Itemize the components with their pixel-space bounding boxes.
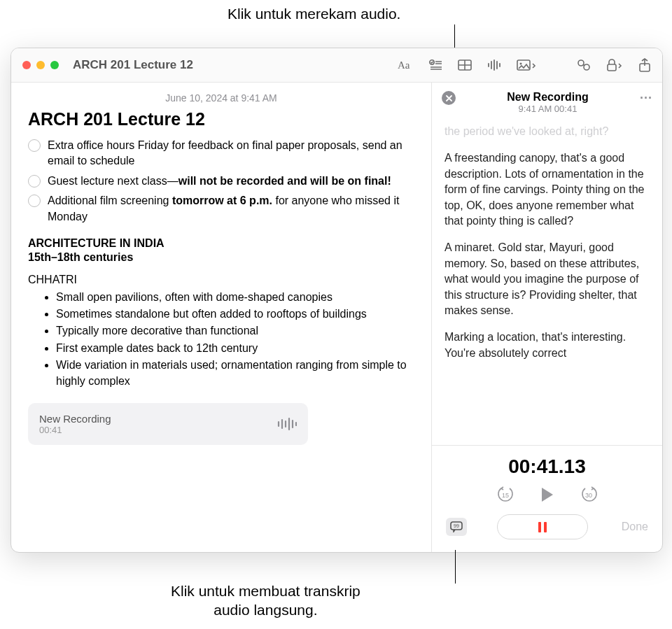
callout-record-audio: Klik untuk merekam audio.: [227, 6, 400, 22]
list-item: Typically more decorative than functiona…: [56, 323, 414, 339]
list-item: Wide variation in materials used; orname…: [56, 357, 414, 389]
recording-controls: 00:41.13 15 30: [432, 445, 662, 552]
minimize-icon[interactable]: [36, 61, 45, 69]
table-icon[interactable]: [458, 59, 472, 71]
recording-attachment[interactable]: New Recording 00:41: [28, 403, 308, 445]
traffic-lights: [22, 61, 59, 69]
recording-time: 00:41.13: [446, 455, 648, 478]
recording-subtitle: 9:41 AM 00:41: [456, 104, 640, 114]
transcript-paragraph: A minaret. Gold star, Mayuri, good memor…: [444, 240, 650, 318]
pause-icon: [544, 522, 547, 532]
list-item: Sometimes standalone but often added to …: [56, 306, 414, 322]
checklist-item[interactable]: Guest lecture next class—will not be rec…: [28, 174, 414, 189]
note-content[interactable]: June 10, 2024 at 9:41 AM ARCH 201 Lectur…: [11, 83, 431, 552]
close-panel-icon[interactable]: [442, 91, 456, 105]
recording-name: New Recording: [39, 413, 277, 425]
block-title: CHHATRI: [28, 274, 414, 286]
link-icon[interactable]: [577, 59, 591, 71]
lock-icon[interactable]: [606, 59, 623, 71]
audio-record-icon[interactable]: [487, 59, 501, 71]
transcript-paragraph: Marking a location, that's interesting. …: [444, 330, 650, 361]
pause-button[interactable]: [497, 514, 588, 539]
window-title: ARCH 201 Lecture 12: [73, 58, 398, 72]
checklist-bold: tomorrow at 6 p.m.: [172, 195, 272, 206]
skip-forward-icon[interactable]: 30: [580, 485, 599, 504]
svg-text:99: 99: [454, 523, 459, 528]
bullet-list: Small open pavilions, often with dome-sh…: [56, 289, 414, 389]
titlebar: ARCH 201 Lecture 12 Aa: [11, 48, 662, 82]
transcript-line-faded: the period we've looked at, right?: [444, 124, 650, 139]
note-date: June 10, 2024 at 9:41 AM: [28, 92, 414, 104]
checklist-icon[interactable]: [428, 59, 442, 71]
recording-header: New Recording 9:41 AM 00:41 ···: [432, 83, 662, 120]
svg-line-18: [583, 65, 585, 66]
maximize-icon[interactable]: [50, 61, 59, 69]
list-item: First example dates back to 12th century: [56, 340, 414, 356]
svg-text:30: 30: [585, 492, 592, 499]
recording-title: New Recording: [456, 91, 640, 104]
transcript-paragraph: A freestanding canopy, that's a good des…: [444, 150, 650, 229]
checklist-bold: will not be recorded and will be on fina…: [178, 175, 391, 187]
done-button[interactable]: Done: [617, 521, 648, 533]
callout-transcript: Klik untuk membuat transkrip audio langs…: [171, 581, 360, 620]
more-icon[interactable]: ···: [640, 91, 652, 106]
waveform-icon: [277, 416, 297, 432]
section-heading: ARCHITECTURE IN INDIA: [28, 237, 414, 250]
checklist-text: Extra office hours Friday for feedback o…: [48, 139, 402, 167]
skip-back-icon[interactable]: 15: [496, 485, 515, 504]
body: June 10, 2024 at 9:41 AM ARCH 201 Lectur…: [11, 82, 662, 552]
format-icon[interactable]: Aa: [398, 59, 413, 71]
transcript-area[interactable]: the period we've looked at, right? A fre…: [432, 120, 662, 445]
recording-duration: 00:41: [39, 425, 277, 435]
toolbar: Aa: [398, 58, 651, 72]
svg-rect-19: [608, 64, 616, 71]
pause-icon: [538, 522, 541, 532]
callout-line: [455, 550, 456, 584]
checkbox-icon[interactable]: [28, 175, 41, 188]
list-item: Small open pavilions, often with dome-sh…: [56, 289, 414, 305]
svg-text:Aa: Aa: [398, 59, 410, 71]
checkbox-icon[interactable]: [28, 139, 41, 152]
checklist-text: Additional film screening: [48, 195, 172, 206]
notes-window: ARCH 201 Lecture 12 Aa: [10, 48, 663, 553]
transcript-toggle-button[interactable]: 99: [446, 518, 467, 536]
recording-panel: New Recording 9:41 AM 00:41 ··· the peri…: [431, 83, 662, 552]
checklist-item[interactable]: Additional film screening tomorrow at 6 …: [28, 193, 414, 225]
play-icon[interactable]: [542, 488, 553, 502]
section-subheading: 15th–18th centuries: [28, 251, 414, 264]
share-icon[interactable]: [638, 58, 651, 72]
svg-point-15: [520, 63, 522, 65]
checkbox-icon[interactable]: [28, 195, 41, 207]
close-icon[interactable]: [22, 61, 31, 69]
media-icon[interactable]: [517, 59, 536, 71]
svg-text:15: 15: [502, 492, 509, 499]
checklist: Extra office hours Friday for feedback o…: [28, 138, 414, 225]
checklist-item[interactable]: Extra office hours Friday for feedback o…: [28, 138, 414, 169]
note-title: ARCH 201 Lecture 12: [28, 109, 414, 129]
checklist-text: Guest lecture next class—: [48, 175, 178, 187]
